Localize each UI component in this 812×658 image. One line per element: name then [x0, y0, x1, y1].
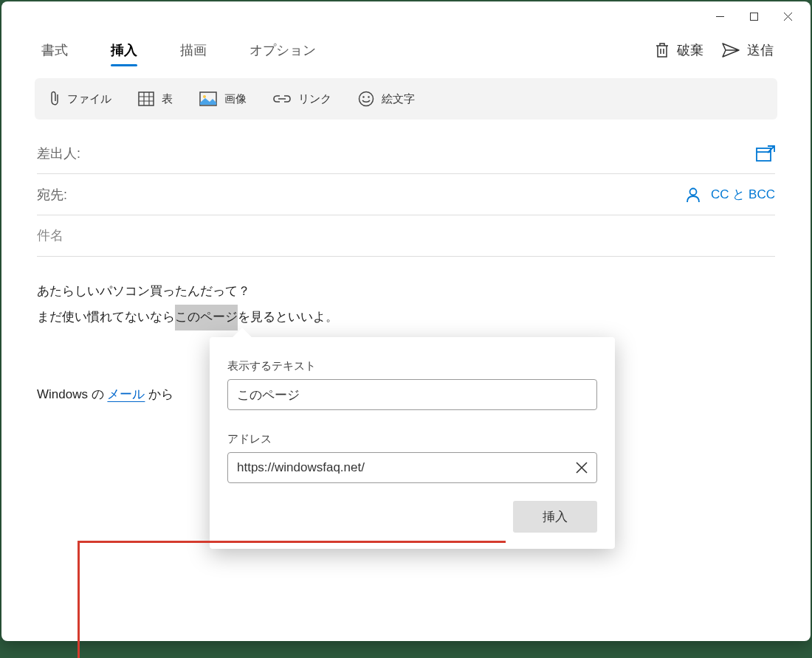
- annotation-callout: [78, 541, 506, 658]
- tab-insert[interactable]: 挿入: [108, 35, 140, 65]
- selected-text: このページ: [175, 305, 238, 330]
- link-icon: [273, 94, 291, 104]
- tab-draw[interactable]: 描画: [177, 35, 210, 65]
- tool-table[interactable]: 表: [138, 91, 173, 106]
- emoji-icon: [358, 91, 374, 107]
- address-label: アドレス: [227, 432, 597, 446]
- minimize-button[interactable]: [703, 4, 737, 28]
- close-icon: [784, 13, 792, 21]
- maximize-button[interactable]: [737, 4, 771, 28]
- svg-rect-8: [757, 148, 771, 161]
- close-button[interactable]: [771, 4, 805, 28]
- send-label: 送信: [747, 41, 774, 59]
- compose-window: 書式 挿入 描画 オプション 破棄 送信 ファイル 表 画像 リンク: [1, 1, 811, 641]
- maximize-icon: [750, 13, 758, 21]
- discard-label: 破棄: [677, 41, 703, 59]
- contacts-button[interactable]: [686, 187, 701, 203]
- svg-rect-2: [139, 92, 154, 105]
- svg-rect-1: [750, 13, 757, 20]
- svg-point-6: [362, 96, 364, 97]
- subject-field-row: [37, 215, 775, 257]
- tab-format[interactable]: 書式: [38, 35, 71, 65]
- to-label: 宛先:: [37, 186, 67, 204]
- tool-file-label: ファイル: [67, 92, 111, 106]
- tool-image[interactable]: 画像: [199, 91, 247, 106]
- address-wrap: [227, 452, 597, 483]
- tool-table-label: 表: [162, 92, 173, 106]
- tool-link[interactable]: リンク: [273, 92, 331, 106]
- tool-emoji-label: 絵文字: [382, 92, 415, 106]
- x-icon: [576, 462, 588, 474]
- send-button[interactable]: 送信: [722, 41, 774, 59]
- mail-app-link[interactable]: メール: [107, 387, 145, 401]
- svg-rect-0: [716, 16, 724, 17]
- insert-link-button[interactable]: 挿入: [513, 501, 597, 533]
- tool-emoji[interactable]: 絵文字: [358, 91, 415, 107]
- from-input[interactable]: [80, 145, 756, 161]
- tool-link-label: リンク: [298, 92, 331, 106]
- insert-toolbar: ファイル 表 画像 リンク 絵文字: [35, 78, 777, 120]
- link-popover: 表示するテキスト アドレス 挿入: [210, 337, 615, 549]
- body-line-1: あたらしいパソコン買ったんだって？: [37, 279, 775, 305]
- minimize-icon: [716, 16, 724, 17]
- address-input[interactable]: [237, 460, 576, 475]
- body-line-2: まだ使い慣れてないならこのページを見るといいよ。: [37, 305, 775, 330]
- subject-input[interactable]: [37, 228, 775, 243]
- svg-point-9: [690, 188, 697, 195]
- svg-point-7: [368, 96, 369, 97]
- from-field-row: 差出人:: [37, 133, 775, 174]
- ccbcc-button[interactable]: CC と BCC: [711, 186, 775, 203]
- svg-point-4: [203, 95, 206, 98]
- popout-button[interactable]: [756, 145, 775, 162]
- svg-point-5: [359, 92, 374, 106]
- display-text-wrap: [227, 379, 597, 410]
- person-icon: [686, 187, 701, 203]
- image-icon: [199, 91, 217, 106]
- display-text-input[interactable]: [237, 387, 588, 402]
- popover-footer: 挿入: [227, 501, 597, 533]
- tab-options[interactable]: オプション: [247, 35, 319, 65]
- to-input[interactable]: [67, 187, 678, 202]
- tool-image-label: 画像: [224, 92, 247, 106]
- titlebar: [1, 1, 811, 31]
- to-field-row: 宛先: CC と BCC: [37, 174, 775, 215]
- tabs-row: 書式 挿入 描画 オプション 破棄 送信: [1, 31, 811, 69]
- display-text-label: 表示するテキスト: [227, 359, 597, 373]
- clear-address-button[interactable]: [576, 462, 588, 474]
- send-icon: [722, 43, 740, 58]
- trash-icon: [655, 42, 670, 58]
- table-icon: [138, 91, 154, 106]
- from-label: 差出人:: [37, 145, 80, 162]
- tool-file[interactable]: ファイル: [49, 91, 111, 107]
- paperclip-icon: [49, 91, 60, 107]
- discard-button[interactable]: 破棄: [655, 41, 703, 59]
- popout-icon: [756, 145, 775, 162]
